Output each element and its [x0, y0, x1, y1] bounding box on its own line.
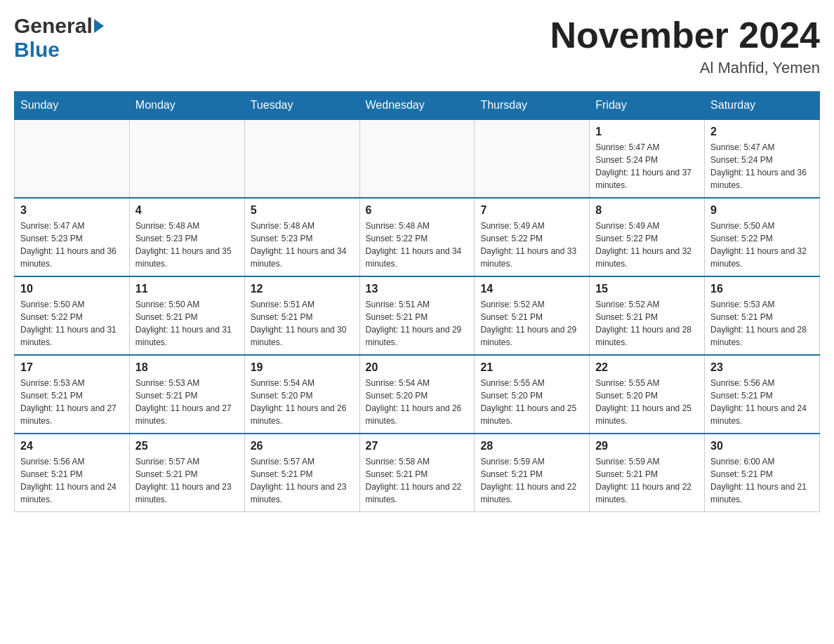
table-row: 6Sunrise: 5:48 AMSunset: 5:22 PMDaylight… [359, 198, 475, 276]
day-number: 2 [710, 126, 814, 138]
day-number: 9 [710, 204, 814, 217]
calendar-week-row: 1Sunrise: 5:47 AMSunset: 5:24 PMDaylight… [15, 119, 820, 198]
day-number: 1 [595, 126, 699, 138]
day-number: 22 [595, 361, 699, 374]
location: Al Mahfid, Yemen [550, 59, 820, 77]
table-row: 20Sunrise: 5:54 AMSunset: 5:20 PMDayligh… [359, 355, 475, 434]
day-info: Sunrise: 5:48 AMSunset: 5:23 PMDaylight:… [135, 220, 239, 270]
table-row: 15Sunrise: 5:52 AMSunset: 5:21 PMDayligh… [590, 276, 705, 355]
day-info: Sunrise: 5:57 AMSunset: 5:21 PMDaylight:… [251, 455, 354, 506]
table-row: 13Sunrise: 5:51 AMSunset: 5:21 PMDayligh… [359, 276, 475, 355]
table-row: 30Sunrise: 6:00 AMSunset: 5:21 PMDayligh… [705, 434, 820, 512]
table-row [244, 119, 359, 198]
table-row: 28Sunrise: 5:59 AMSunset: 5:21 PMDayligh… [475, 434, 590, 512]
table-row: 3Sunrise: 5:47 AMSunset: 5:23 PMDaylight… [15, 198, 130, 276]
day-info: Sunrise: 5:52 AMSunset: 5:21 PMDaylight:… [595, 298, 699, 349]
day-info: Sunrise: 5:56 AMSunset: 5:21 PMDaylight:… [20, 455, 124, 506]
col-saturday: Saturday [705, 92, 820, 120]
day-info: Sunrise: 5:47 AMSunset: 5:24 PMDaylight:… [595, 141, 699, 192]
table-row: 16Sunrise: 5:53 AMSunset: 5:21 PMDayligh… [705, 276, 820, 355]
day-info: Sunrise: 5:57 AMSunset: 5:21 PMDaylight:… [135, 455, 239, 506]
calendar-table: Sunday Monday Tuesday Wednesday Thursday… [14, 91, 820, 512]
day-number: 21 [480, 361, 583, 374]
table-row: 5Sunrise: 5:48 AMSunset: 5:23 PMDaylight… [244, 198, 359, 276]
day-number: 28 [480, 440, 583, 452]
col-thursday: Thursday [475, 92, 590, 120]
month-title: November 2024 [550, 14, 820, 56]
table-row: 24Sunrise: 5:56 AMSunset: 5:21 PMDayligh… [15, 434, 130, 512]
col-wednesday: Wednesday [359, 92, 475, 120]
table-row [129, 119, 244, 198]
day-info: Sunrise: 5:54 AMSunset: 5:20 PMDaylight:… [366, 377, 469, 427]
day-info: Sunrise: 5:53 AMSunset: 5:21 PMDaylight:… [710, 298, 814, 349]
day-number: 24 [20, 440, 124, 452]
day-info: Sunrise: 5:47 AMSunset: 5:23 PMDaylight:… [20, 220, 124, 270]
logo: General Blue [14, 14, 104, 62]
day-number: 17 [20, 361, 124, 374]
logo-blue-text: Blue [14, 38, 60, 61]
table-row: 27Sunrise: 5:58 AMSunset: 5:21 PMDayligh… [359, 434, 475, 512]
table-row: 22Sunrise: 5:55 AMSunset: 5:20 PMDayligh… [590, 355, 705, 434]
day-number: 5 [251, 204, 354, 217]
day-number: 26 [251, 440, 354, 452]
day-number: 14 [480, 283, 583, 295]
col-sunday: Sunday [15, 92, 130, 120]
table-row: 10Sunrise: 5:50 AMSunset: 5:22 PMDayligh… [15, 276, 130, 355]
table-row: 21Sunrise: 5:55 AMSunset: 5:20 PMDayligh… [475, 355, 590, 434]
day-info: Sunrise: 5:51 AMSunset: 5:21 PMDaylight:… [366, 298, 469, 349]
day-info: Sunrise: 5:50 AMSunset: 5:21 PMDaylight:… [135, 298, 239, 349]
table-row: 18Sunrise: 5:53 AMSunset: 5:21 PMDayligh… [129, 355, 244, 434]
table-row: 12Sunrise: 5:51 AMSunset: 5:21 PMDayligh… [244, 276, 359, 355]
day-info: Sunrise: 5:50 AMSunset: 5:22 PMDaylight:… [710, 220, 814, 270]
table-row: 14Sunrise: 5:52 AMSunset: 5:21 PMDayligh… [475, 276, 590, 355]
day-number: 25 [135, 440, 239, 452]
day-info: Sunrise: 5:55 AMSunset: 5:20 PMDaylight:… [480, 377, 583, 427]
table-row: 9Sunrise: 5:50 AMSunset: 5:22 PMDaylight… [705, 198, 820, 276]
day-info: Sunrise: 5:58 AMSunset: 5:21 PMDaylight:… [366, 455, 469, 506]
day-info: Sunrise: 5:48 AMSunset: 5:22 PMDaylight:… [366, 220, 469, 270]
table-row: 8Sunrise: 5:49 AMSunset: 5:22 PMDaylight… [590, 198, 705, 276]
title-section: November 2024 Al Mahfid, Yemen [550, 14, 820, 77]
table-row: 29Sunrise: 5:59 AMSunset: 5:21 PMDayligh… [590, 434, 705, 512]
table-row: 2Sunrise: 5:47 AMSunset: 5:24 PMDaylight… [705, 119, 820, 198]
day-info: Sunrise: 5:52 AMSunset: 5:21 PMDaylight:… [480, 298, 583, 349]
day-info: Sunrise: 5:56 AMSunset: 5:21 PMDaylight:… [710, 377, 814, 427]
day-number: 19 [251, 361, 354, 374]
calendar-week-row: 17Sunrise: 5:53 AMSunset: 5:21 PMDayligh… [15, 355, 820, 434]
table-row: 1Sunrise: 5:47 AMSunset: 5:24 PMDaylight… [590, 119, 705, 198]
calendar-header-row: Sunday Monday Tuesday Wednesday Thursday… [15, 92, 820, 120]
day-number: 27 [366, 440, 469, 452]
day-number: 13 [366, 283, 469, 295]
day-number: 10 [20, 283, 124, 295]
page-header: General Blue November 2024 Al Mahfid, Ye… [14, 14, 820, 77]
day-info: Sunrise: 5:54 AMSunset: 5:20 PMDaylight:… [251, 377, 354, 427]
table-row: 23Sunrise: 5:56 AMSunset: 5:21 PMDayligh… [705, 355, 820, 434]
day-info: Sunrise: 5:49 AMSunset: 5:22 PMDaylight:… [480, 220, 583, 270]
table-row: 25Sunrise: 5:57 AMSunset: 5:21 PMDayligh… [129, 434, 244, 512]
day-number: 16 [710, 283, 814, 295]
table-row: 19Sunrise: 5:54 AMSunset: 5:20 PMDayligh… [244, 355, 359, 434]
logo-arrow-icon [94, 19, 104, 33]
table-row [359, 119, 475, 198]
day-number: 30 [710, 440, 814, 452]
day-number: 18 [135, 361, 239, 374]
day-info: Sunrise: 5:59 AMSunset: 5:21 PMDaylight:… [480, 455, 583, 506]
day-number: 4 [135, 204, 239, 217]
day-info: Sunrise: 6:00 AMSunset: 5:21 PMDaylight:… [710, 455, 814, 506]
day-info: Sunrise: 5:50 AMSunset: 5:22 PMDaylight:… [20, 298, 124, 349]
day-number: 3 [20, 204, 124, 217]
table-row: 17Sunrise: 5:53 AMSunset: 5:21 PMDayligh… [15, 355, 130, 434]
calendar-week-row: 10Sunrise: 5:50 AMSunset: 5:22 PMDayligh… [15, 276, 820, 355]
day-number: 7 [480, 204, 583, 217]
logo-general-text: General [14, 14, 93, 38]
day-info: Sunrise: 5:47 AMSunset: 5:24 PMDaylight:… [710, 141, 814, 192]
day-number: 11 [135, 283, 239, 295]
day-number: 6 [366, 204, 469, 217]
table-row: 4Sunrise: 5:48 AMSunset: 5:23 PMDaylight… [129, 198, 244, 276]
day-info: Sunrise: 5:51 AMSunset: 5:21 PMDaylight:… [251, 298, 354, 349]
day-number: 12 [251, 283, 354, 295]
calendar-week-row: 3Sunrise: 5:47 AMSunset: 5:23 PMDaylight… [15, 198, 820, 276]
col-monday: Monday [129, 92, 244, 120]
day-info: Sunrise: 5:49 AMSunset: 5:22 PMDaylight:… [595, 220, 699, 270]
day-number: 20 [366, 361, 469, 374]
